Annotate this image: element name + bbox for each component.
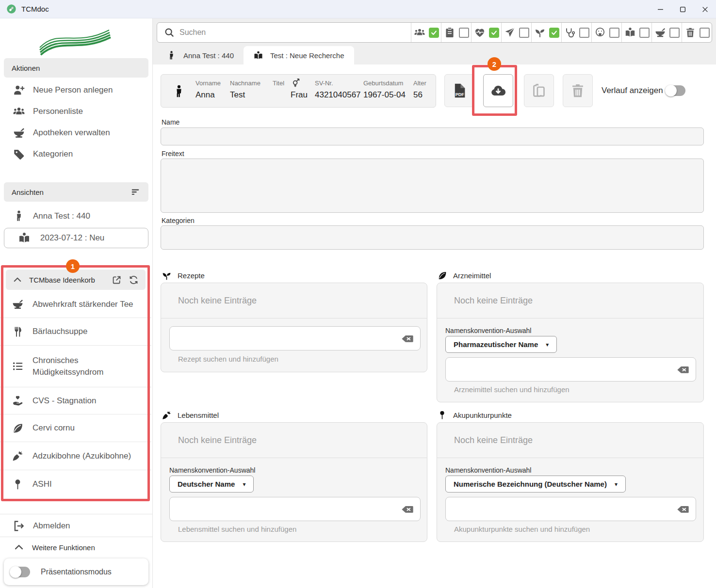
- sidebar-view-recherche[interactable]: 2023-07-12 : Neu: [4, 228, 148, 248]
- backspace-clear-icon[interactable]: [401, 504, 414, 514]
- sidebar-view-person[interactable]: Anna Test : 440: [0, 206, 153, 227]
- tag-icon: [13, 148, 25, 160]
- filter-checkbox-behandlung[interactable]: [579, 28, 589, 38]
- field-value: 56: [413, 90, 423, 100]
- pdf-export-button[interactable]: PDF: [444, 74, 474, 107]
- sidebar-item-weitere-funktionen[interactable]: Weitere Funktionen: [0, 537, 153, 557]
- praesentationsmodus-card: Präsentationsmodus: [4, 558, 148, 585]
- filter-group-behandlung: [561, 23, 591, 42]
- highlight-badge-1: 1: [66, 259, 80, 273]
- ideenkorb-item[interactable]: Bärlauchsuppe: [0, 318, 151, 346]
- ideenkorb-item[interactable]: Cervi cornu: [0, 414, 151, 442]
- ideenkorb-item[interactable]: Abwehrkraft stärkender Tee: [0, 291, 151, 318]
- verlauf-anzeigen-toggle[interactable]: [666, 85, 685, 96]
- filter-checkbox-rezepte[interactable]: [549, 28, 559, 38]
- gender-icon: [291, 78, 301, 88]
- minimize-button[interactable]: [649, 0, 671, 18]
- lebensmittel-search-input[interactable]: [176, 500, 397, 518]
- svg-text:PDF: PDF: [456, 92, 465, 97]
- sidebar-item-abmelden[interactable]: Abmelden: [0, 515, 153, 537]
- chevron-up-icon[interactable]: [13, 275, 22, 285]
- praesentationsmodus-toggle[interactable]: [11, 567, 30, 577]
- person-icon: [172, 80, 186, 103]
- tab-anna-test[interactable]: Anna Test : 440: [157, 46, 244, 64]
- caret-down-icon: ▾: [546, 341, 549, 348]
- akupunkturpunkte-convention-dropdown[interactable]: Numerische Bezeichnung (Deutscher Name) …: [445, 476, 626, 493]
- search-input[interactable]: [179, 28, 411, 37]
- rezepte-search-box: [169, 326, 421, 350]
- field-label: Alter: [413, 79, 426, 87]
- sidebar-item-apotheken[interactable]: Apotheken verwalten: [0, 122, 153, 143]
- rezepte-panel: Noch keine Einträge Rezept suchen und hi…: [161, 283, 427, 372]
- backspace-clear-icon[interactable]: [676, 504, 690, 514]
- ideenkorb-item[interactable]: Adzukibohne (Azukibohne): [0, 442, 151, 470]
- filter-checkbox-diagnose[interactable]: [489, 28, 499, 38]
- mortar-icon: [12, 298, 24, 310]
- kategorien-input[interactable]: [161, 225, 704, 250]
- ideenkorb-item-label: Bärlauchsuppe: [33, 326, 87, 337]
- ideenkorb-item-label: Cervi cornu: [33, 422, 75, 434]
- chevron-up-icon: [14, 542, 24, 553]
- trash-icon: [684, 27, 696, 38]
- patient-card: Vorname Anna Nachname Test Titel Frau SV…: [161, 74, 436, 108]
- filter-checkbox-zunge[interactable]: [609, 28, 619, 38]
- arzneimittel-convention-dropdown[interactable]: Pharmazeutischer Name ▾: [445, 336, 557, 353]
- backspace-clear-icon[interactable]: [401, 334, 414, 344]
- ideenkorb-item[interactable]: CVS - Stagnation: [0, 387, 151, 414]
- ideenkorb-item-label: Chronisches Müdigkeitssyndrom: [33, 355, 125, 378]
- leaf-icon: [437, 270, 447, 281]
- ideenkorb-item[interactable]: Chronisches Müdigkeitssyndrom: [0, 346, 151, 387]
- filter-checkbox-recherche[interactable]: [639, 28, 650, 38]
- freitext-textarea[interactable]: [161, 159, 704, 213]
- field-value: Frau: [291, 90, 308, 100]
- maximize-button[interactable]: [671, 0, 694, 18]
- lebensmittel-panel: Noch keine Einträge Namenskonvention-Aus…: [161, 422, 427, 542]
- pdf-icon: PDF: [451, 82, 468, 99]
- filter-checkbox-apotheke[interactable]: [669, 28, 680, 38]
- field-value: 1967-05-04: [363, 90, 406, 100]
- badge-number: 2: [492, 60, 496, 68]
- akupunkturpunkte-search-input[interactable]: [452, 500, 672, 518]
- tab-neue-recherche[interactable]: Test : Neue Recherche: [244, 46, 354, 64]
- search-field-wrap: [157, 23, 411, 42]
- sidebar-item-personenliste[interactable]: Personenliste: [0, 101, 153, 122]
- arzneimittel-search-input[interactable]: [452, 361, 672, 378]
- filter-checkbox-persons[interactable]: [429, 28, 439, 38]
- cloud-download-button[interactable]: [483, 74, 513, 107]
- backspace-clear-icon[interactable]: [676, 365, 690, 375]
- field-label: Vorname: [195, 79, 221, 87]
- filter-checkbox-send[interactable]: [519, 28, 529, 38]
- sidebar-item-kategorien[interactable]: Kategorien: [0, 143, 153, 165]
- stethoscope-icon: [564, 27, 576, 38]
- filter-group-persons: [411, 23, 441, 42]
- rezepte-search-input[interactable]: [176, 330, 397, 347]
- convention-label: Namenskonvention-Auswahl: [445, 466, 531, 474]
- ideenkorb-item[interactable]: ASHI: [0, 470, 151, 498]
- filter-checkbox-papierkorb[interactable]: [700, 28, 710, 38]
- utensils-icon: [12, 326, 24, 338]
- send-icon: [504, 27, 516, 38]
- refresh-icon[interactable]: [129, 275, 139, 285]
- close-button[interactable]: [694, 0, 716, 18]
- external-link-icon[interactable]: [112, 275, 122, 285]
- pin-icon: [12, 478, 24, 491]
- name-input[interactable]: [161, 127, 704, 145]
- leaf-icon: [12, 422, 24, 434]
- lebensmittel-convention-dropdown[interactable]: Deutscher Name ▾: [169, 476, 254, 493]
- copy-button[interactable]: [524, 74, 554, 107]
- sidebar-item-neue-person[interactable]: Neue Person anlegen: [0, 79, 153, 101]
- recherche-date-label: 2023-07-12 : Neu: [40, 233, 104, 243]
- search-icon: [164, 27, 175, 38]
- book-reader-icon: [18, 232, 31, 244]
- sort-icon[interactable]: [130, 187, 141, 197]
- ideenkorb-header[interactable]: TCMbase Ideenkorb: [6, 270, 146, 290]
- rezepte-header: Rezepte: [162, 270, 205, 281]
- delete-button[interactable]: [563, 74, 593, 107]
- filter-checkbox-anamnese[interactable]: [459, 28, 469, 38]
- dropdown-value: Deutscher Name: [178, 480, 235, 488]
- logout-icon: [13, 520, 25, 532]
- aktionen-section-header: Aktionen: [4, 58, 148, 78]
- person-icon: [13, 210, 25, 222]
- book-reader-icon: [624, 27, 636, 38]
- search-hint: Rezept suchen und hinzufügen: [178, 355, 278, 363]
